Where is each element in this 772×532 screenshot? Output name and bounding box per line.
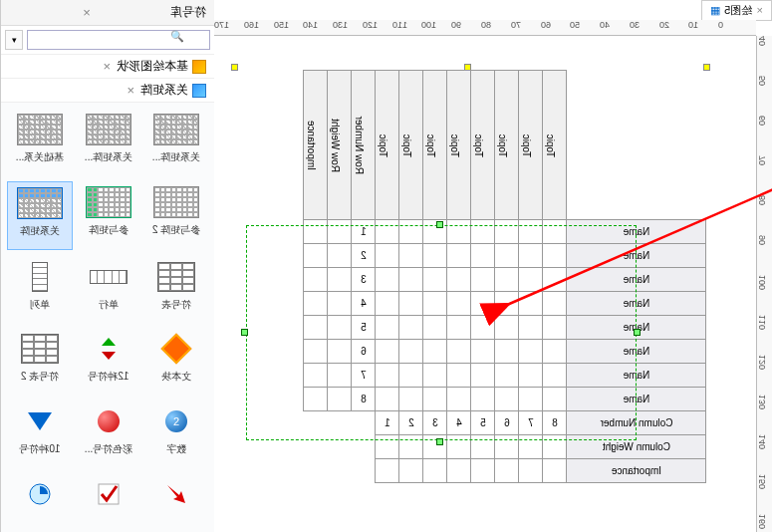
shape-item[interactable]: 关系矩阵... — [77, 109, 140, 175]
shape-item[interactable]: 参与矩阵 2 — [144, 181, 208, 250]
shape-panel: × 符号库 ▾ 🔍 × 基本绘图形状 × 关系矩阵 基础关系...关系矩阵...… — [0, 0, 214, 532]
shape-label: 符号表 2 — [10, 370, 70, 384]
category-basic-shapes[interactable]: × 基本绘图形状 — [1, 55, 214, 79]
selection-handle[interactable] — [634, 329, 641, 336]
shape-label: 文本块 — [146, 370, 206, 384]
shape-item[interactable]: 10种符号 — [7, 400, 73, 467]
category-label: 关系矩阵 — [140, 82, 188, 99]
folder-icon — [192, 84, 206, 98]
shape-label: 彩色符号... — [79, 442, 138, 456]
close-icon[interactable]: × — [127, 83, 134, 98]
search-dropdown[interactable]: ▾ — [5, 30, 23, 50]
shape-label: 12种符号 — [79, 370, 138, 384]
selection-handle[interactable] — [231, 64, 238, 71]
shape-item[interactable]: 单行 — [77, 256, 140, 323]
shape-label: 基础关系... — [10, 150, 70, 164]
category-label: 基本绘图形状 — [117, 58, 188, 75]
relationship-matrix[interactable]: ImportanceRow WeightRow NumberTopicTopic… — [303, 70, 706, 483]
shape-item[interactable]: 单列 — [7, 256, 73, 323]
name-cell[interactable]: Name — [567, 244, 706, 268]
name-cell[interactable]: Name — [567, 340, 706, 364]
shape-item[interactable]: 关系矩阵 — [7, 181, 73, 250]
close-icon[interactable]: × — [103, 59, 111, 74]
shapes-grid: 基础关系...关系矩阵...关系矩阵...关系矩阵参与矩阵参与矩阵 2单列单行符… — [1, 103, 214, 532]
name-cell[interactable]: Name — [567, 292, 706, 316]
shape-label: 关系矩阵... — [146, 150, 206, 164]
svg-marker-3 — [102, 352, 116, 360]
shape-item[interactable] — [144, 473, 208, 526]
close-icon[interactable]: × — [83, 5, 91, 20]
selection-handle[interactable] — [436, 221, 443, 228]
canvas-area[interactable]: ▦ 绘图5 × 01020304050607080901001101201301… — [214, 0, 772, 532]
ruler-vertical: 405060708090100110120130140150160170 — [756, 36, 772, 532]
close-icon[interactable]: × — [757, 4, 763, 16]
shape-item[interactable]: 2数字 — [144, 400, 208, 467]
shape-item[interactable] — [77, 473, 140, 526]
panel-title: 符号库 — [170, 4, 206, 21]
shape-item[interactable]: 12种符号 — [77, 328, 140, 395]
folder-icon — [192, 60, 206, 74]
shape-label: 单行 — [79, 298, 138, 312]
category-relationship-matrix[interactable]: × 关系矩阵 — [1, 79, 214, 103]
name-cell[interactable]: Name — [567, 364, 706, 388]
name-cell[interactable]: Name — [567, 220, 706, 244]
selection-handle[interactable] — [241, 329, 248, 336]
name-cell[interactable]: Name — [567, 268, 706, 292]
shape-label: 单列 — [10, 298, 70, 312]
svg-marker-2 — [102, 338, 116, 346]
shape-item[interactable]: 文本块 — [144, 328, 208, 395]
shape-item[interactable]: 参与矩阵 — [77, 181, 140, 250]
document-tab[interactable]: ▦ 绘图5 × — [701, 0, 772, 21]
shape-label: 参与矩阵 — [79, 223, 138, 237]
shape-item[interactable]: 关系矩阵... — [144, 109, 208, 175]
shape-item[interactable]: 彩色符号... — [77, 400, 140, 467]
shape-label: 关系矩阵... — [79, 150, 138, 164]
shape-item[interactable] — [7, 473, 73, 526]
shape-item[interactable]: 符号表 — [144, 256, 208, 323]
shape-label: 符号表 — [146, 298, 206, 312]
shape-label: 数字 — [146, 442, 206, 456]
selection-handle[interactable] — [436, 438, 443, 445]
shape-label: 参与矩阵 2 — [146, 223, 206, 237]
search-input[interactable] — [27, 30, 210, 50]
shape-item[interactable]: 符号表 2 — [7, 328, 73, 395]
tab-label: 绘图5 — [724, 3, 752, 18]
name-cell[interactable]: Name — [567, 388, 706, 411]
shape-item[interactable]: 基础关系... — [7, 109, 73, 175]
shape-label: 10种符号 — [10, 442, 70, 456]
shape-label: 关系矩阵 — [10, 224, 70, 238]
panel-header: × 符号库 — [1, 0, 214, 26]
ruler-horizontal: 0102030405060708090100110120130140150160… — [214, 20, 756, 36]
